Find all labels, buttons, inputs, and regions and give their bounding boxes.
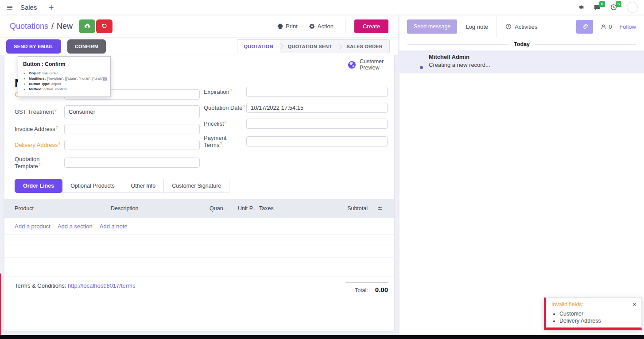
date-divider-label: Today	[514, 41, 530, 47]
person-icon	[601, 24, 606, 30]
messages-button[interactable]: 5	[594, 4, 601, 11]
bug-icon	[578, 4, 584, 10]
cloud-upload-icon	[84, 23, 90, 29]
totals-box: Total: 0.00	[345, 282, 388, 293]
order-lines-header: Product Description Quan.. Unit P.. Taxe…	[4, 199, 394, 218]
debug-bug-icon[interactable]	[578, 4, 584, 10]
message-author[interactable]: Mitchell Admin	[429, 54, 490, 60]
payment-terms-input[interactable]	[246, 136, 388, 146]
follow-button[interactable]: Follow	[619, 23, 636, 30]
tab-order-lines[interactable]: Order Lines	[15, 179, 62, 193]
empty-order-line	[4, 246, 394, 258]
print-menu[interactable]: Print	[277, 23, 298, 30]
add-a-note-link[interactable]: Add a note	[100, 223, 128, 230]
gst-treatment-label: GST Treatment?	[15, 108, 64, 115]
add-a-section-link[interactable]: Add a section	[58, 223, 93, 230]
chatter-message: Mitchell Admin Creating a new record...	[400, 50, 644, 73]
form-statusbar: SEND BY EMAIL CONFIRM QUOTATION QUOTATIO…	[0, 38, 398, 55]
field-hint: ?	[58, 141, 61, 146]
chatter-topbar: Send message Log note Activities 0 Follo…	[400, 15, 644, 38]
form-view-panel: Quotations / New Print Action Create SEN…	[0, 15, 399, 335]
tab-customer-signature[interactable]: Customer Signature	[163, 179, 229, 193]
invoice-address-input[interactable]	[64, 124, 200, 134]
quotation-template-input[interactable]	[64, 158, 200, 168]
stage-quotation-sent[interactable]: QUOTATION SENT	[281, 40, 339, 53]
send-by-email-button[interactable]: SEND BY EMAIL	[6, 39, 61, 54]
message-avatar[interactable]	[407, 54, 423, 69]
activities-button[interactable]: 5	[610, 4, 617, 11]
column-description: Description	[111, 205, 209, 212]
discard-record-button[interactable]	[96, 19, 113, 33]
attach-files-button[interactable]	[576, 20, 593, 34]
stage-sales-order[interactable]: SALES ORDER	[340, 40, 389, 53]
field-hint: ?	[243, 104, 245, 108]
invalid-field-customer: Customer	[559, 311, 637, 317]
notebook-tabs: Order Lines Optional Products Other Info…	[15, 179, 394, 193]
activities-count-badge: 5	[616, 1, 621, 7]
delivery-address-input[interactable]	[64, 140, 200, 150]
pricelist-label: Pricelist?	[204, 120, 246, 127]
tab-other-info[interactable]: Other Info	[123, 179, 164, 193]
save-record-button[interactable]	[79, 19, 95, 33]
customer-preview-link[interactable]: Customer Preview	[348, 58, 387, 71]
send-message-button[interactable]: Send message	[407, 19, 457, 34]
date-divider: Today	[400, 41, 644, 47]
toast-title: Invalid fields:	[551, 301, 583, 308]
breadcrumb-current: New	[57, 22, 73, 31]
action-menu[interactable]: Action	[309, 23, 334, 30]
followers-button[interactable]: 0	[601, 23, 612, 30]
breadcrumb-quotations[interactable]: Quotations	[10, 22, 48, 31]
printer-icon	[277, 23, 283, 29]
tooltip-object: Object: sale.order	[29, 71, 105, 75]
sliders-icon	[378, 206, 383, 211]
field-hint: ?	[220, 141, 222, 146]
clock-icon	[505, 23, 512, 30]
bottom-bar	[0, 335, 644, 339]
top-navbar: ≡ Sales + 5 5	[0, 0, 644, 15]
total-label: Total:	[355, 287, 368, 293]
quotation-date-input[interactable]	[246, 103, 388, 113]
log-note-button[interactable]: Log note	[466, 23, 488, 30]
control-panel-divider	[345, 19, 345, 33]
total-value: 0.00	[375, 286, 388, 293]
add-a-product-link[interactable]: Add a product	[15, 223, 50, 230]
column-product: Product	[15, 205, 111, 212]
column-taxes: Taxes	[259, 205, 312, 212]
invalid-field-delivery-address: Delivery Address	[559, 318, 637, 324]
gear-icon	[309, 23, 315, 29]
confirm-button[interactable]: CONFIRM	[67, 39, 106, 54]
close-icon[interactable]: ×	[632, 301, 637, 307]
expiration-label: Expiration?	[204, 88, 246, 95]
stage-pipeline: QUOTATION QUOTATION SENT SALES ORDER	[237, 39, 390, 53]
tab-optional-products[interactable]: Optional Products	[62, 179, 123, 193]
stage-quotation[interactable]: QUOTATION	[237, 40, 280, 53]
quotation-date-label: Quotation Date?	[204, 104, 246, 111]
tooltip-button-type: Button Type: object	[29, 82, 105, 86]
empty-order-line	[4, 269, 394, 277]
breadcrumb-separator: /	[51, 22, 54, 31]
messages-count-badge: 5	[599, 1, 605, 7]
sheet-footer: Terms & Conditions: http://localhost:801…	[4, 277, 394, 293]
payment-terms-label: Payment Terms?	[204, 135, 246, 148]
schedule-activity-button[interactable]: Activities	[497, 15, 546, 38]
control-panel: Quotations / New Print Action Create	[0, 15, 398, 37]
expiration-input[interactable]	[246, 87, 388, 97]
create-button[interactable]: Create	[354, 19, 388, 33]
terms-link[interactable]: http://localhost:8017/terms	[68, 282, 135, 289]
optional-columns-button[interactable]	[370, 206, 390, 211]
pricelist-input[interactable]	[246, 119, 388, 129]
follower-count: 0	[609, 23, 612, 30]
gst-treatment-select[interactable]	[64, 105, 200, 118]
new-tab-button[interactable]: +	[48, 4, 54, 12]
app-tab-sales[interactable]: Sales	[20, 4, 37, 11]
invalid-fields-toast: Invalid fields: × Customer Delivery Addr…	[544, 297, 642, 330]
apps-menu-icon[interactable]: ≡	[6, 3, 13, 12]
column-quantity: Quan..	[209, 205, 238, 212]
field-hint: ?	[54, 108, 57, 112]
field-hint: ?	[225, 120, 227, 124]
tooltip-modifiers: Modifiers: {"invisible": [["state", "not…	[29, 77, 105, 81]
chatter-panel: Send message Log note Activities 0 Follo…	[400, 15, 644, 335]
user-avatar[interactable]	[627, 2, 638, 13]
undo-icon	[101, 23, 107, 29]
globe-icon	[348, 61, 356, 69]
